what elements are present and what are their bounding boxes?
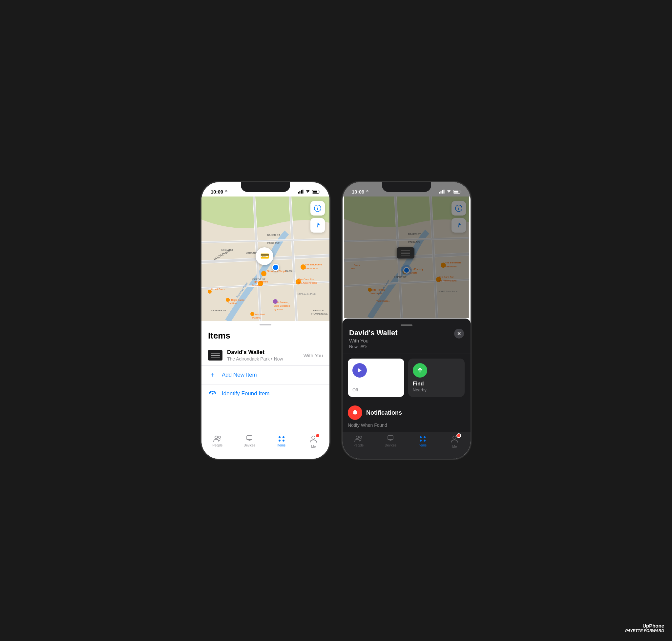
map-left[interactable]: BROADWAY BAKER ST PARK AVE MARGARET ST C… <box>201 196 330 321</box>
svg-rect-104 <box>388 436 393 440</box>
find-title: Find <box>413 381 460 387</box>
location-arrow-icon-map-right <box>455 222 462 229</box>
svg-text:PARK AVE: PARK AVE <box>408 241 420 243</box>
status-bar-left: 10:09 <box>201 182 330 196</box>
svg-text:CIRCLE ST: CIRCLE ST <box>221 249 233 251</box>
items-tab-label: Items <box>278 444 285 447</box>
svg-point-45 <box>250 312 254 316</box>
map-info-button-right[interactable] <box>452 201 466 216</box>
people-tab-label-right: People <box>353 444 364 447</box>
svg-text:FRONT ST: FRONT ST <box>313 309 325 312</box>
me-notification-badge-right <box>456 433 461 438</box>
svg-text:St. Regis Canoe: St. Regis Canoe <box>228 299 244 301</box>
svg-point-37 <box>226 298 230 302</box>
bell-icon <box>352 409 358 416</box>
svg-point-42 <box>273 299 278 304</box>
svg-rect-1 <box>299 191 300 194</box>
svg-text:Restaurant: Restaurant <box>445 265 458 268</box>
tab-bar-right: People Devices <box>342 432 471 459</box>
tab-me[interactable]: Me <box>298 435 330 448</box>
svg-text:Markets: Markets <box>252 284 261 287</box>
svg-text:NAPA Auto Parts: NAPA Auto Parts <box>439 290 457 293</box>
svg-point-63 <box>312 436 315 439</box>
svg-rect-66 <box>442 190 443 193</box>
watermark: UpPhone PAYETTE FORWARD <box>625 623 664 633</box>
svg-point-61 <box>279 440 281 441</box>
me-tab-badge-right <box>450 435 459 444</box>
wifi-icon <box>305 190 310 193</box>
status-time-right: 10:09 <box>352 189 369 194</box>
battery-small-icon <box>361 345 367 348</box>
status-icons-right <box>439 190 461 193</box>
arrow-up-icon <box>417 367 423 374</box>
svg-text:Eye Care For: Eye Care For <box>439 275 454 278</box>
tab-people-right[interactable]: People <box>342 435 375 447</box>
svg-point-102 <box>356 436 359 439</box>
wallet-item-status: With You <box>304 353 323 358</box>
svg-text:the Adirondacks: the Adirondacks <box>298 282 317 284</box>
svg-text:Restaurant: Restaurant <box>305 267 318 270</box>
svg-text:Pizzaria: Pizzaria <box>252 316 260 319</box>
people-tab-label: People <box>212 444 223 447</box>
svg-rect-56 <box>247 436 252 440</box>
svg-rect-65 <box>441 191 442 194</box>
notification-icon <box>348 406 362 420</box>
tab-devices-right[interactable]: Devices <box>375 435 407 447</box>
svg-text:tters & Bones: tters & Bones <box>211 288 225 290</box>
wallet-item-name: David's Wallet <box>227 349 299 356</box>
svg-text:Outfitters: Outfitters <box>228 302 237 304</box>
svg-text:by Hilton: by Hilton <box>274 308 283 311</box>
identify-item-label: Identify Found Item <box>222 390 270 397</box>
tab-items-right[interactable]: Items <box>406 435 439 447</box>
notifications-text: Notifications <box>366 409 402 416</box>
tab-people[interactable]: People <box>201 435 233 447</box>
sheet-item-time: Now <box>349 344 398 349</box>
phone-right-screen: 10:09 <box>342 182 471 459</box>
map-info-button[interactable] <box>310 201 325 216</box>
svg-text:FRANKLIN AVE: FRANKLIN AVE <box>311 313 328 315</box>
play-sound-card[interactable]: Play Sound Off <box>348 358 404 397</box>
svg-point-109 <box>420 440 422 441</box>
svg-text:DEPOT ST: DEPOT ST <box>394 275 406 278</box>
svg-point-110 <box>424 440 426 441</box>
tab-items-active[interactable]: Items <box>266 435 298 447</box>
svg-text:Tops Friendly: Tops Friendly <box>252 280 268 283</box>
user-location-dot <box>272 264 279 271</box>
svg-rect-0 <box>298 192 299 193</box>
wallet-item-text: David's Wallet The Adirondack Park • Now <box>227 349 299 362</box>
map-location-button-right[interactable] <box>452 218 466 233</box>
sheet-item-info: David's Wallet With You Now <box>349 329 398 349</box>
svg-rect-2 <box>301 190 302 193</box>
tab-me-right[interactable]: Me <box>439 435 471 448</box>
svg-text:BAKER ST: BAKER ST <box>408 233 421 235</box>
svg-text:Eye Care For: Eye Care For <box>298 278 314 281</box>
svg-point-34 <box>208 290 212 294</box>
wallet-item-sub: The Adirondack Park • Now <box>227 356 299 362</box>
find-nearby-card[interactable]: Find Nearby <box>408 358 465 397</box>
close-button[interactable]: ✕ <box>454 329 464 339</box>
svg-text:the Adirondacks: the Adirondacks <box>439 279 456 282</box>
phone-left: 10:09 <box>201 182 330 459</box>
items-title: Items <box>201 331 330 345</box>
wallet-pin[interactable]: 💳 <box>256 247 273 265</box>
svg-point-59 <box>279 436 281 438</box>
add-item-row[interactable]: + Add New Item <box>201 366 330 384</box>
watermark-line1: UpPhone <box>625 623 664 629</box>
notif-icon-row: Notifications <box>348 406 465 420</box>
play-icon <box>357 367 363 374</box>
tab-devices[interactable]: Devices <box>233 435 266 447</box>
wallet-item-row[interactable]: David's Wallet The Adirondack Park • Now… <box>201 345 330 366</box>
notifications-section: Notifications Notify When Found <box>342 401 471 432</box>
battery-icon-right <box>453 190 461 193</box>
wallet-pin-icon: 💳 <box>256 247 273 265</box>
devices-tab-icon <box>245 435 254 442</box>
svg-point-62 <box>283 440 284 441</box>
svg-text:tters: tters <box>351 267 355 270</box>
items-tab-label-right: Items <box>419 444 427 447</box>
add-item-label: Add New Item <box>222 372 257 378</box>
identify-item-row[interactable]: Identify Found Item <box>201 384 330 403</box>
time-label: 10:09 <box>211 189 223 194</box>
phone-right: 10:09 <box>342 182 471 459</box>
map-location-button[interactable] <box>310 218 325 233</box>
wallet-pin-icon-right <box>397 247 414 259</box>
